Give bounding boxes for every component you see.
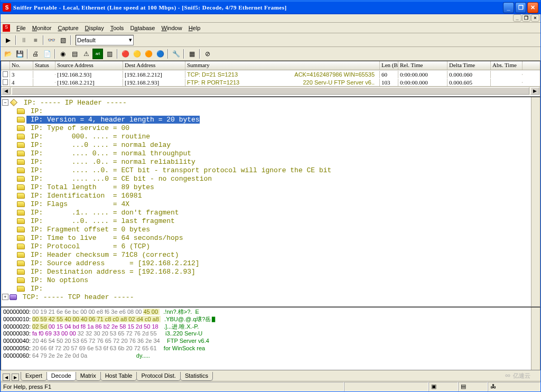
- c2-icon[interactable]: 🟡: [132, 49, 142, 59]
- decode-line[interactable]: IP: Header checksum = 71C8 (correct): [2, 250, 539, 259]
- start-icon[interactable]: ▶: [3, 35, 13, 45]
- menu-display[interactable]: Display: [82, 24, 107, 32]
- col-delta[interactable]: Delta Time: [447, 61, 491, 70]
- menu-window[interactable]: Window: [158, 24, 185, 32]
- filter-icon[interactable]: ▧: [58, 35, 68, 45]
- tab-prev-icon[interactable]: ◀: [3, 374, 10, 381]
- tab-hosttable[interactable]: Host Table: [100, 372, 137, 381]
- tab-next-icon[interactable]: ▶: [12, 374, 19, 381]
- dashboard-icon[interactable]: ◉: [58, 49, 68, 59]
- minimize-button[interactable]: _: [503, 2, 514, 13]
- collapse-icon[interactable]: −: [2, 99, 8, 106]
- decode-line[interactable]: IP: Fragment offset = 0 bytes: [2, 225, 539, 234]
- mdi-controls: _ ❐ ×: [1, 14, 540, 23]
- tab-matrix[interactable]: Matrix: [76, 372, 101, 381]
- tab-statistics[interactable]: Statistics: [180, 372, 213, 381]
- row-checkbox[interactable]: [3, 79, 8, 85]
- decode-line[interactable]: IP: Source address = [192.168.2.212]: [2, 259, 539, 267]
- packet-list[interactable]: No. Status Source Address Dest Address S…: [1, 61, 540, 97]
- print-icon[interactable]: 🖨: [30, 49, 41, 59]
- field-icon: [17, 260, 25, 266]
- col-reltime[interactable]: Rel. Time: [398, 61, 447, 70]
- decode-line[interactable]: IP:: [2, 107, 539, 115]
- table-row[interactable]: 3[192.168.2.93][192.168.2.212]TCP: D=21 …: [1, 70, 540, 78]
- menu-capture[interactable]: Capture: [54, 24, 81, 32]
- field-icon: [17, 269, 25, 275]
- decode-line[interactable]: + TCP: ----- TCP header -----: [2, 293, 539, 301]
- decode-line[interactable]: IP: Version = 4, header length = 20 byte…: [2, 115, 539, 124]
- decode-line[interactable]: IP:: [2, 284, 539, 293]
- decode-line[interactable]: IP: Destination address = [192.168.2.93]: [2, 267, 539, 276]
- decode-line[interactable]: IP: Type of service = 00: [2, 124, 539, 132]
- grid-header: No. Status Source Address Dest Address S…: [1, 61, 540, 70]
- close-button[interactable]: ✕: [527, 2, 538, 13]
- open-icon[interactable]: 📂: [3, 49, 13, 59]
- decode-line[interactable]: IP: Flags = 4X: [2, 200, 539, 208]
- menu-database[interactable]: Database: [127, 24, 158, 32]
- decode-line[interactable]: IP: Identification = 16981: [2, 191, 539, 200]
- art-icon[interactable]: art: [92, 49, 103, 59]
- c1-icon[interactable]: 🔴: [120, 49, 130, 59]
- status-net-icon: 🖧: [488, 382, 540, 391]
- col-summary[interactable]: Summary: [185, 61, 380, 70]
- menu-tools[interactable]: Tools: [107, 24, 127, 32]
- scroll-right-icon[interactable]: ▶: [530, 87, 539, 95]
- col-len[interactable]: Len (B: [380, 61, 398, 70]
- decode-vscrollbar[interactable]: [531, 97, 540, 306]
- table-row[interactable]: 4[192.168.2.212][192.168.2.93]FTP: R POR…: [1, 78, 540, 86]
- c3-icon[interactable]: 🟠: [143, 49, 154, 59]
- decode-line[interactable]: IP: 000. .... = routine: [2, 132, 539, 141]
- decode-line[interactable]: IP: .... ...0 = CE bit - no congestion: [2, 174, 539, 183]
- col-abs[interactable]: Abs. Time: [491, 61, 523, 70]
- print2-icon[interactable]: 📄: [42, 49, 52, 59]
- field-icon: [17, 210, 25, 216]
- hex-vscrollbar[interactable]: [531, 307, 540, 370]
- packet-hscrollbar[interactable]: ◀ ▶: [1, 86, 540, 95]
- col-status[interactable]: Status: [33, 61, 55, 70]
- row-checkbox[interactable]: [3, 71, 8, 77]
- menu-monitor[interactable]: Monitor: [29, 24, 55, 32]
- decode-line[interactable]: IP: ...0 .... = normal delay: [2, 141, 539, 149]
- field-icon: [17, 142, 25, 148]
- c4-icon[interactable]: 🔵: [155, 49, 165, 59]
- pause-icon[interactable]: ⏸: [18, 35, 29, 45]
- stop2-icon[interactable]: ⊘: [202, 49, 213, 59]
- binoculars-icon[interactable]: 👓: [46, 35, 57, 45]
- mdi-minimize-button[interactable]: _: [513, 14, 521, 22]
- stop-icon[interactable]: ■: [30, 35, 41, 45]
- mdi-restore-button[interactable]: ❐: [522, 14, 530, 22]
- decode-line[interactable]: IP: .1.. .... = don't fragment: [2, 208, 539, 217]
- save-icon[interactable]: 💾: [14, 49, 25, 59]
- decode-line[interactable]: IP: .... .0.. = normal reliability: [2, 157, 539, 166]
- maximize-button[interactable]: ❐: [515, 2, 526, 13]
- scroll-left-icon[interactable]: ◀: [2, 87, 11, 95]
- hex-view[interactable]: 00000000: 00 19 21 6e 6e bc 00 00 e8 f6 …: [1, 307, 540, 370]
- hex-line: 00000050: 20 66 6f 72 20 57 69 6e 53 6f …: [3, 345, 538, 352]
- menu-file[interactable]: File: [13, 24, 29, 32]
- tab-expert[interactable]: Expert: [21, 372, 47, 381]
- profile-combo[interactable]: Default▾: [76, 35, 134, 45]
- decode-line[interactable]: IP: Time to live = 64 seconds/hops: [2, 234, 539, 242]
- expand-icon[interactable]: +: [2, 294, 8, 300]
- tab-decode[interactable]: Decode: [46, 372, 76, 381]
- tab-protocoldist[interactable]: Protocol Dist.: [136, 372, 180, 381]
- mdi-close-button[interactable]: ×: [531, 14, 539, 22]
- list-icon[interactable]: ▤: [69, 49, 80, 59]
- menu-help[interactable]: Help: [185, 24, 204, 32]
- bars-icon[interactable]: ▥: [104, 49, 115, 59]
- col-source[interactable]: Source Address: [55, 61, 123, 70]
- col-dest[interactable]: Dest Address: [123, 61, 185, 70]
- decode-line[interactable]: IP: No options: [2, 276, 539, 284]
- decode-line[interactable]: IP: ..0. .... = last fragment: [2, 217, 539, 225]
- hex-line: 00000030: fa f0 69 33 00 00 32 32 30 20 …: [3, 330, 538, 338]
- decode-line[interactable]: − IP: ----- IP Header -----: [2, 98, 539, 107]
- alert-icon[interactable]: ⚠: [81, 49, 91, 59]
- decode-line[interactable]: IP: .... ..0. = ECT bit - transport prot…: [2, 166, 539, 174]
- tool-icon[interactable]: 🔧: [171, 49, 181, 59]
- decode-tree[interactable]: − IP: ----- IP Header ----- IP: IP: Vers…: [1, 97, 540, 307]
- col-no[interactable]: No.: [10, 61, 33, 70]
- decode-line[interactable]: IP: Protocol = 6 (TCP): [2, 242, 539, 250]
- decode-line[interactable]: IP: Total length = 89 bytes: [2, 183, 539, 191]
- calc-icon[interactable]: ▦: [186, 49, 197, 59]
- decode-line[interactable]: IP: .... 0... = normal throughput: [2, 149, 539, 157]
